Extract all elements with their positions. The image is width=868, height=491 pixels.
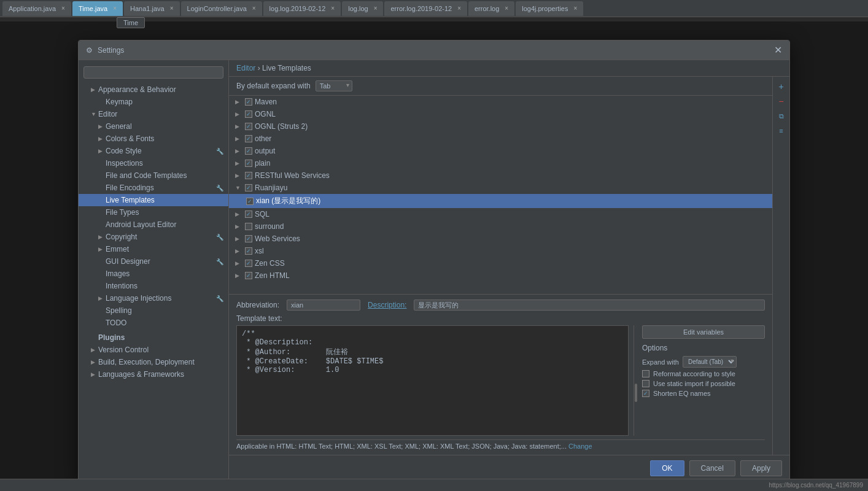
breadcrumb-parent[interactable]: Editor (236, 64, 255, 72)
sidebar-item-code-style[interactable]: ▶ Code Style 🔧 (79, 145, 228, 157)
group-check-web[interactable] (245, 235, 252, 242)
group-xsl[interactable]: ▶ xsl (229, 245, 772, 257)
sidebar-item-copyright[interactable]: ▶ Copyright 🔧 (79, 231, 228, 243)
template-item-xian[interactable]: xian (显示是我写的) (229, 194, 772, 208)
group-ruanjiayu[interactable]: ▼ Ruanjiayu (229, 182, 772, 194)
shorten-eq-check[interactable] (642, 390, 649, 397)
description-input[interactable] (414, 300, 765, 311)
group-maven[interactable]: ▶ Maven (229, 96, 772, 108)
group-check-ognl-struts[interactable] (245, 123, 252, 130)
group-other[interactable]: ▶ other (229, 133, 772, 145)
sidebar-item-colors-fonts[interactable]: ▶ Colors & Fonts (79, 133, 228, 145)
edit-variables-button[interactable]: Edit variables (642, 325, 765, 339)
editor-scrollbar[interactable] (634, 325, 637, 436)
chevron-right-icon: ▶ (98, 234, 106, 240)
cancel-button[interactable]: Cancel (689, 460, 735, 476)
applicable-change-link[interactable]: Change (568, 443, 592, 450)
sidebar-item-android-layout[interactable]: Android Layout Editor (79, 218, 228, 231)
group-ognl-struts[interactable]: ▶ OGNL (Struts 2) (229, 120, 772, 133)
sidebar-item-appearance[interactable]: ▶ Appearance & Behavior (79, 83, 228, 96)
sidebar-item-editor[interactable]: ▼ Editor (79, 108, 228, 120)
apply-button[interactable]: Apply (740, 460, 782, 476)
tab-hana[interactable]: Hana1.java × (124, 1, 180, 16)
sidebar-search-input[interactable] (83, 66, 223, 79)
dialog-close-button[interactable]: ✕ (774, 45, 782, 55)
group-check-surround[interactable] (245, 223, 252, 230)
sidebar-item-build-exec[interactable]: ▶ Build, Execution, Deployment (79, 356, 228, 368)
group-check-xsl[interactable] (245, 247, 252, 255)
sidebar-item-file-code-templates[interactable]: File and Code Templates (79, 169, 228, 182)
close-icon[interactable]: × (113, 5, 117, 12)
group-web-services[interactable]: ▶ Web Services (229, 233, 772, 245)
sidebar-item-inspections[interactable]: Inspections (79, 157, 228, 169)
sidebar-item-version-control[interactable]: ▶ Version Control (79, 344, 228, 356)
expand-with-select[interactable]: Tab Enter Space (316, 80, 352, 91)
chevron-right-icon: ▶ (235, 236, 242, 242)
group-check-ognl[interactable] (245, 110, 252, 118)
group-plain[interactable]: ▶ plain (229, 157, 772, 169)
chevron-right-icon: ▶ (235, 211, 242, 217)
group-zen-css[interactable]: ▶ Zen CSS (229, 257, 772, 269)
close-icon[interactable]: × (252, 5, 256, 12)
tab-error2[interactable]: error.log × (468, 1, 514, 16)
wrench-icon: 🔧 (216, 295, 223, 302)
sidebar-item-spelling[interactable]: Spelling (79, 304, 228, 317)
group-restful[interactable]: ▶ RESTful Web Services (229, 169, 772, 182)
tab-error1[interactable]: error.log.2019-02-12 × (384, 1, 467, 16)
remove-button[interactable]: − (775, 95, 788, 107)
group-surround[interactable]: ▶ surround (229, 220, 772, 233)
sidebar-item-emmet[interactable]: ▶ Emmet (79, 243, 228, 255)
expand-with-opt-select[interactable]: Default (Tab) Tab Enter (683, 356, 737, 368)
copy-button[interactable]: ⧉ (775, 110, 788, 122)
tab-log4j[interactable]: log4j.properties × (516, 1, 583, 16)
tab-login[interactable]: LoginController.java × (181, 1, 262, 16)
sidebar-item-todo[interactable]: TODO (79, 317, 228, 329)
sidebar-item-languages-frameworks[interactable]: ▶ Languages & Frameworks (79, 368, 228, 381)
template-check-xian[interactable] (246, 198, 254, 205)
group-check-zen-html[interactable] (245, 272, 252, 279)
sidebar-item-keymap[interactable]: Keymap (79, 96, 228, 108)
group-check-maven[interactable] (245, 98, 252, 106)
group-output[interactable]: ▶ output (229, 145, 772, 157)
add-button[interactable]: + (775, 80, 788, 93)
group-check-plain[interactable] (245, 160, 252, 167)
tab-application[interactable]: Application.java × (2, 1, 71, 16)
tab-loglog[interactable]: log.log × (342, 1, 383, 16)
group-check-output[interactable] (245, 147, 252, 155)
group-ognl[interactable]: ▶ OGNL (229, 108, 772, 120)
template-list-area: By default expand with Tab Enter Space (229, 77, 772, 455)
tab-log1[interactable]: log.log.2019-02-12 × (263, 1, 341, 16)
sidebar-item-intentions[interactable]: Intentions (79, 280, 228, 292)
description-label[interactable]: Description: (368, 301, 406, 309)
sidebar-item-language-injections[interactable]: ▶ Language Injections 🔧 (79, 292, 228, 304)
group-check-ruanjiayu[interactable] (245, 184, 252, 191)
reformat-check[interactable] (642, 370, 649, 377)
ok-button[interactable]: OK (650, 460, 684, 476)
template-editor[interactable]: /** * @Description: * @Author: 阮佳裕 * @Cr… (236, 325, 629, 436)
tab-time[interactable]: Time.java × (72, 1, 123, 16)
close-icon[interactable]: × (505, 5, 508, 12)
close-icon[interactable]: × (331, 5, 335, 12)
sidebar-item-file-encodings[interactable]: File Encodings 🔧 (79, 182, 228, 194)
close-icon[interactable]: × (61, 5, 65, 12)
sidebar-item-general[interactable]: ▶ General (79, 120, 228, 133)
more-button[interactable]: ≡ (775, 125, 788, 137)
chevron-right-icon: ▶ (235, 136, 242, 142)
group-check-zen-css[interactable] (245, 260, 252, 267)
close-icon[interactable]: × (573, 5, 577, 12)
close-icon[interactable]: × (170, 5, 174, 12)
group-check-restful[interactable] (245, 172, 252, 179)
abbreviation-input[interactable] (287, 300, 360, 311)
group-sql[interactable]: ▶ SQL (229, 208, 772, 220)
sidebar-item-images[interactable]: Images (79, 268, 228, 280)
static-import-check[interactable] (642, 380, 649, 387)
group-zen-html[interactable]: ▶ Zen HTML (229, 269, 772, 282)
close-icon[interactable]: × (374, 5, 378, 12)
sidebar-item-live-templates[interactable]: Live Templates (79, 194, 228, 206)
sidebar-item-gui-designer[interactable]: GUI Designer 🔧 (79, 255, 228, 268)
close-icon[interactable]: × (457, 5, 461, 12)
sidebar-item-file-types[interactable]: File Types (79, 206, 228, 218)
group-check-other[interactable] (245, 135, 252, 142)
group-check-sql[interactable] (245, 211, 252, 218)
sidebar-item-plugins[interactable]: Plugins (79, 331, 228, 344)
